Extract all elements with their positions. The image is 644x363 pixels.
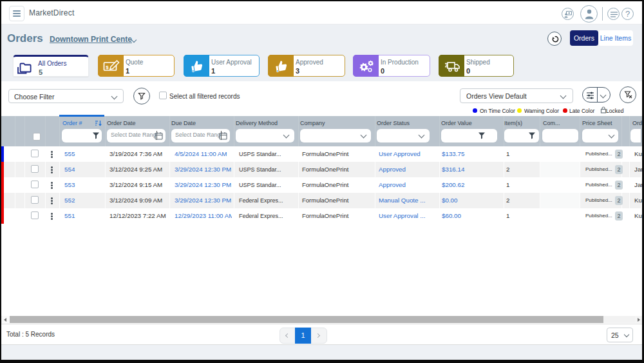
svg-text:$: $ [106,64,109,70]
